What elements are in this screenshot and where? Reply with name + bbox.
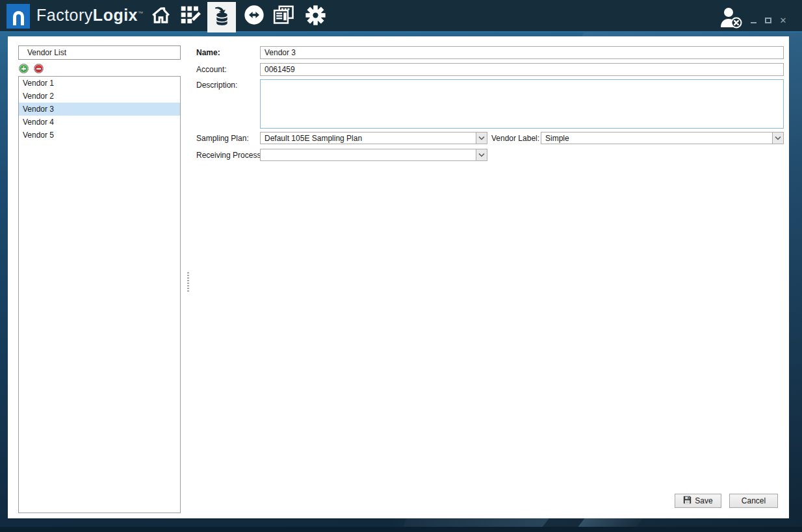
name-label: Name: <box>196 48 220 57</box>
save-button[interactable]: Save <box>675 494 721 508</box>
transfer-arrows-icon <box>244 5 265 28</box>
add-vendor-button[interactable] <box>19 64 29 73</box>
vendor-list-item[interactable]: Vendor 3 <box>19 103 180 116</box>
cancel-button[interactable]: Cancel <box>729 494 778 508</box>
remove-vendor-button[interactable] <box>34 64 44 73</box>
sampling-plan-value: Default 105E Sampling Plan <box>261 134 476 143</box>
brand-bold: Logix <box>93 6 138 24</box>
receiving-process-label: Receiving Process: <box>196 151 263 160</box>
vendor-list-toolbar <box>19 64 181 75</box>
chevron-down-icon <box>772 133 783 144</box>
documents-icon <box>272 4 295 29</box>
chevron-down-icon <box>476 149 487 160</box>
save-icon <box>683 496 692 506</box>
receiving-process-dropdown[interactable] <box>260 149 487 161</box>
vendor-list: Vendor 1Vendor 2Vendor 3Vendor 4Vendor 5 <box>18 76 181 513</box>
trademark: ™ <box>138 10 144 16</box>
chevron-down-icon <box>476 133 487 144</box>
vendor-label-dropdown[interactable]: Simple <box>541 132 784 144</box>
description-label: Description: <box>196 81 237 90</box>
account-input[interactable] <box>260 63 784 76</box>
minimize-button[interactable] <box>747 14 760 26</box>
user-logout-icon <box>718 19 745 31</box>
vendor-label-label: Vendor Label: <box>491 134 539 143</box>
vendor-list-item[interactable]: Vendor 2 <box>19 90 180 103</box>
nav-warehouse-button-active[interactable] <box>207 2 236 32</box>
database-receive-icon <box>211 5 233 29</box>
description-textarea[interactable] <box>260 79 784 129</box>
vendor-label-value: Simple <box>541 134 772 143</box>
account-label: Account: <box>196 65 227 74</box>
vendor-editor-panel: Vendor List Vendor 1Vendor 2Vendor 3Vend… <box>8 36 789 518</box>
sampling-plan-label: Sampling Plan: <box>196 134 249 143</box>
vendor-list-title: Vendor List <box>27 48 66 57</box>
vendor-list-item[interactable]: Vendor 1 <box>19 77 180 90</box>
nav-home-button[interactable] <box>146 0 175 32</box>
vendor-list-item[interactable]: Vendor 5 <box>19 129 180 142</box>
logo-n-glyph <box>13 11 24 25</box>
nav-transfer-button[interactable] <box>240 0 268 32</box>
vendor-list-header: Vendor List <box>18 45 181 60</box>
titlebar: FactoryLogix™ <box>0 0 802 32</box>
save-label: Save <box>695 496 712 505</box>
user-logout-button[interactable] <box>718 6 745 29</box>
vendor-list-item[interactable]: Vendor 4 <box>19 116 180 129</box>
nav-settings-button[interactable] <box>301 0 330 32</box>
sampling-plan-dropdown[interactable]: Default 105E Sampling Plan <box>260 132 487 144</box>
nav-production-button[interactable] <box>175 0 204 32</box>
grid-pencil-icon <box>179 5 201 29</box>
cancel-label: Cancel <box>742 496 766 505</box>
nav-documents-button[interactable] <box>269 0 298 32</box>
panel-splitter-grip[interactable] <box>187 272 189 292</box>
app-title: FactoryLogix™ <box>36 6 144 25</box>
gear-icon <box>305 5 326 29</box>
factorylogix-logo <box>6 4 30 29</box>
maximize-button[interactable] <box>762 14 775 26</box>
home-icon <box>151 5 171 28</box>
name-input[interactable] <box>260 46 784 59</box>
close-button[interactable]: ✕ <box>777 14 790 26</box>
brand-light: Factory <box>36 6 93 24</box>
